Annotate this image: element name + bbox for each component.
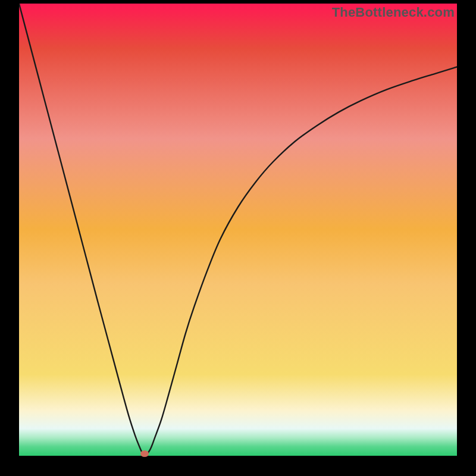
chart-container: TheBottleneck.com (0, 0, 476, 476)
brand-label: TheBottleneck.com (332, 5, 455, 20)
optimum-marker (140, 450, 149, 457)
plot-area (19, 4, 457, 456)
